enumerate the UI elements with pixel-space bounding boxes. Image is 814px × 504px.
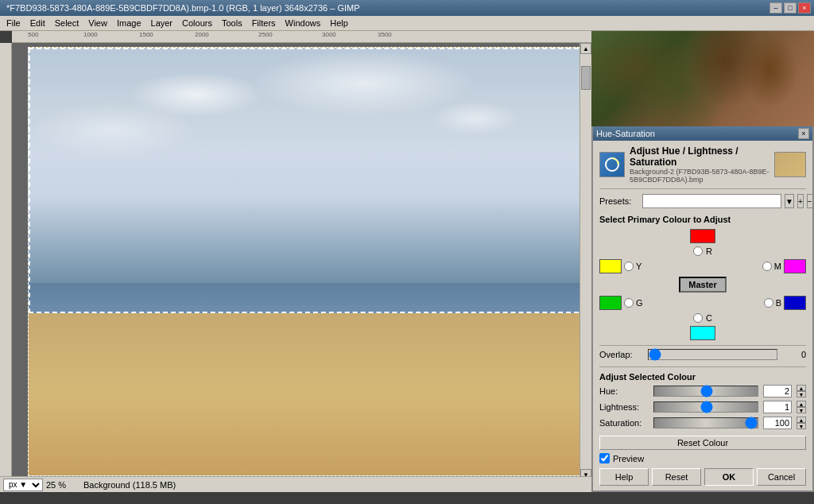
menu-colours[interactable]: Colours	[177, 17, 217, 29]
cyan-swatch-row	[599, 326, 806, 340]
cyan-swatch[interactable]	[690, 326, 715, 340]
canvas-inner	[28, 47, 587, 476]
radio-b-label: B	[776, 298, 781, 308]
presets-remove-btn[interactable]: −	[807, 194, 813, 208]
lightness-value-input[interactable]	[763, 401, 792, 413]
blue-swatch[interactable]	[784, 296, 806, 310]
dialog-icon	[599, 152, 625, 177]
radio-g[interactable]	[624, 298, 634, 308]
dialog-buttons: Help Reset OK Cancel	[599, 468, 806, 486]
dialog-header-text: Adjust Hue / Lightness / Saturation Back…	[630, 145, 769, 184]
lightness-stepper: ▲ ▼	[797, 401, 806, 413]
hue-label: Hue:	[599, 386, 649, 396]
presets-row: Presets: ▼ + −	[599, 194, 806, 208]
saturation-step-down[interactable]: ▼	[797, 423, 806, 429]
magenta-swatch[interactable]	[784, 259, 806, 273]
radio-r-label: R	[706, 246, 712, 256]
thumbnail-area	[591, 31, 814, 126]
radio-y[interactable]	[624, 262, 634, 271]
cloud-layer	[29, 48, 587, 283]
lightness-step-up[interactable]: ▲	[797, 401, 806, 407]
gb-row: G B	[599, 296, 806, 310]
master-row: Master	[599, 277, 806, 293]
canvas-container[interactable]: ▲ ▼ ◄ ►	[12, 43, 591, 492]
scroll-up-arrow[interactable]: ▲	[580, 43, 591, 54]
ok-button[interactable]: OK	[704, 468, 754, 486]
lightness-step-down[interactable]: ▼	[797, 407, 806, 413]
radio-g-label: G	[636, 298, 643, 308]
window-controls: – □ ×	[769, 2, 811, 14]
main-area: 500 1000 1500 2000 2500 3000 3500 ▲ ▼	[0, 31, 814, 492]
overlap-value: 0	[782, 350, 806, 359]
dialog-title-bar: Hue-Saturation ×	[593, 126, 812, 141]
saturation-slider[interactable]	[653, 417, 758, 428]
green-swatch[interactable]	[599, 296, 622, 310]
magenta-group: M	[762, 259, 806, 273]
menu-tools[interactable]: Tools	[217, 17, 247, 29]
lightness-row: Lightness: ▲ ▼	[599, 401, 806, 413]
ruler-horizontal: 500 1000 1500 2000 2500 3000 3500	[12, 31, 591, 43]
preview-checkbox[interactable]	[599, 453, 610, 463]
select-colour-title: Select Primary Colour to Adjust	[599, 215, 806, 224]
overlap-slider[interactable]	[648, 349, 777, 360]
help-button[interactable]: Help	[599, 468, 649, 486]
hue-step-down[interactable]: ▼	[797, 391, 806, 397]
saturation-row: Saturation: ▲ ▼	[599, 417, 806, 429]
menu-help[interactable]: Help	[325, 17, 353, 29]
presets-input[interactable]	[642, 194, 781, 208]
overlap-label: Overlap:	[599, 350, 643, 359]
ruler-vertical	[0, 43, 12, 476]
red-swatch-row	[599, 229, 806, 243]
menu-windows[interactable]: Windows	[281, 17, 326, 29]
minimize-button[interactable]: –	[769, 2, 782, 14]
menu-select[interactable]: Select	[50, 17, 84, 29]
radio-m[interactable]	[762, 262, 772, 271]
yellow-swatch[interactable]	[599, 259, 622, 273]
cancel-button[interactable]: Cancel	[757, 468, 806, 486]
lightness-slider[interactable]	[653, 401, 758, 413]
presets-label: Presets:	[599, 196, 639, 206]
menu-layer[interactable]: Layer	[146, 17, 178, 29]
maximize-button[interactable]: □	[784, 2, 797, 14]
yellow-group: Y	[599, 259, 642, 273]
radio-c[interactable]	[693, 313, 703, 323]
scrollbar-vertical[interactable]: ▲ ▼	[579, 43, 591, 480]
sand-layer	[29, 313, 587, 475]
hue-stepper: ▲ ▼	[797, 385, 806, 397]
close-button[interactable]: ×	[798, 2, 811, 14]
zoom-value: 25 %	[46, 480, 74, 490]
dialog-close-button[interactable]: ×	[798, 128, 809, 139]
reset-colour-button[interactable]: Reset Colour	[599, 436, 806, 450]
menu-edit[interactable]: Edit	[25, 17, 50, 29]
radio-b[interactable]	[764, 298, 773, 308]
menu-file[interactable]: File	[2, 17, 25, 29]
master-button[interactable]: Master	[679, 277, 726, 293]
dialog-subtitle: Background-2 (F7BD93B-5873-480A-8B9E-5B9…	[630, 168, 769, 184]
overlap-row: Overlap: 0	[599, 345, 806, 360]
hue-step-up[interactable]: ▲	[797, 385, 806, 391]
canvas-image	[28, 47, 587, 476]
saturation-step-up[interactable]: ▲	[797, 417, 806, 423]
hue-slider[interactable]	[653, 386, 758, 397]
dialog-header: Adjust Hue / Lightness / Saturation Back…	[599, 145, 806, 189]
c-radio-row: C	[599, 313, 806, 323]
menu-bar: File Edit Select View Image Layer Colour…	[0, 16, 814, 31]
hue-value-input[interactable]	[763, 385, 792, 397]
thumbnail-image	[591, 31, 814, 126]
hue-row: Hue: ▲ ▼	[599, 385, 806, 397]
saturation-value-input[interactable]	[763, 417, 792, 429]
zoom-select[interactable]: px ▼	[3, 479, 43, 491]
radio-r[interactable]	[693, 246, 703, 256]
red-swatch[interactable]	[690, 229, 715, 243]
dialog-preview-thumbnail	[774, 152, 806, 177]
menu-view[interactable]: View	[83, 17, 112, 29]
scroll-thumb-vertical[interactable]	[581, 66, 591, 90]
menu-filters[interactable]: Filters	[247, 17, 281, 29]
ym-row: Y M	[599, 259, 806, 273]
dialog-body: Adjust Hue / Lightness / Saturation Back…	[593, 141, 812, 490]
presets-dropdown-btn[interactable]: ▼	[785, 194, 794, 208]
presets-add-btn[interactable]: +	[797, 194, 804, 208]
reset-button[interactable]: Reset	[652, 468, 701, 486]
menu-image[interactable]: Image	[112, 17, 146, 29]
dialog-title: Hue-Saturation	[596, 129, 655, 138]
